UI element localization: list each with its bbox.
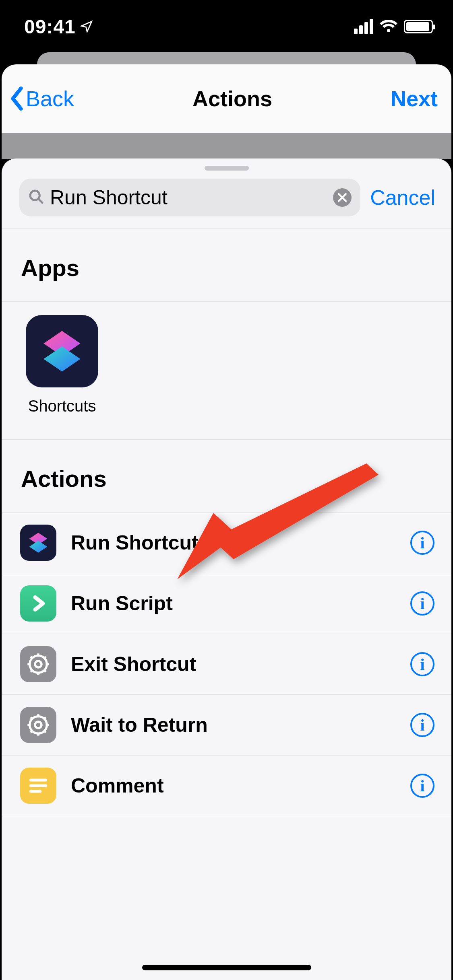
info-button[interactable]: i <box>410 652 434 676</box>
clear-search-button[interactable] <box>333 188 352 207</box>
shortcuts-icon <box>20 525 56 561</box>
text-lines-icon <box>20 768 56 804</box>
sheet-grabber[interactable] <box>205 166 249 171</box>
back-button[interactable]: Back <box>10 86 74 111</box>
status-bar: 09:41 <box>0 0 453 53</box>
search-input-value: Run Shortcut <box>50 186 327 209</box>
search-icon <box>28 189 44 206</box>
action-label: Run Shortcut <box>71 531 396 554</box>
actions-section-title: Actions <box>2 440 451 512</box>
svg-line-1 <box>38 199 42 203</box>
next-button[interactable]: Next <box>391 86 438 111</box>
action-label: Exit Shortcut <box>71 653 396 676</box>
status-time: 09:41 <box>24 16 93 38</box>
action-picker-sheet: Run Shortcut Cancel Apps <box>2 159 451 980</box>
back-label: Back <box>26 86 74 111</box>
info-button[interactable]: i <box>410 531 434 555</box>
gear-icon <box>20 646 56 682</box>
cancel-search-button[interactable]: Cancel <box>370 185 435 210</box>
action-label: Wait to Return <box>71 713 396 737</box>
action-comment[interactable]: Comment i <box>2 755 451 816</box>
home-indicator[interactable] <box>142 965 311 970</box>
apps-section-title: Apps <box>2 229 451 301</box>
info-button[interactable]: i <box>410 591 434 616</box>
app-label: Shortcuts <box>28 397 96 415</box>
svg-point-15 <box>35 722 41 728</box>
cellular-signal-icon <box>354 19 373 34</box>
chevron-right-icon <box>20 585 56 622</box>
nav-title: Actions <box>192 86 272 111</box>
shortcuts-app-icon <box>26 315 98 387</box>
action-label: Comment <box>71 774 396 797</box>
action-wait-to-return[interactable]: Wait to Return i <box>2 694 451 755</box>
info-button[interactable]: i <box>410 774 434 798</box>
clock-text: 09:41 <box>24 16 76 38</box>
sheet-gap <box>2 133 451 159</box>
gear-icon <box>20 707 56 743</box>
action-exit-shortcut[interactable]: Exit Shortcut i <box>2 634 451 694</box>
location-icon <box>80 16 93 38</box>
nav-bar: Back Actions Next <box>2 64 451 133</box>
action-label: Run Script <box>71 592 396 615</box>
action-run-shortcut[interactable]: Run Shortcut i <box>2 512 451 573</box>
action-run-script[interactable]: Run Script i <box>2 573 451 634</box>
info-button[interactable]: i <box>410 713 434 737</box>
battery-icon <box>404 20 433 33</box>
wifi-icon <box>379 16 398 37</box>
app-shortcuts[interactable]: Shortcuts <box>26 315 98 415</box>
svg-point-5 <box>35 661 41 667</box>
automation-sheet: Back Actions Next <box>2 64 451 159</box>
search-field[interactable]: Run Shortcut <box>19 179 360 216</box>
